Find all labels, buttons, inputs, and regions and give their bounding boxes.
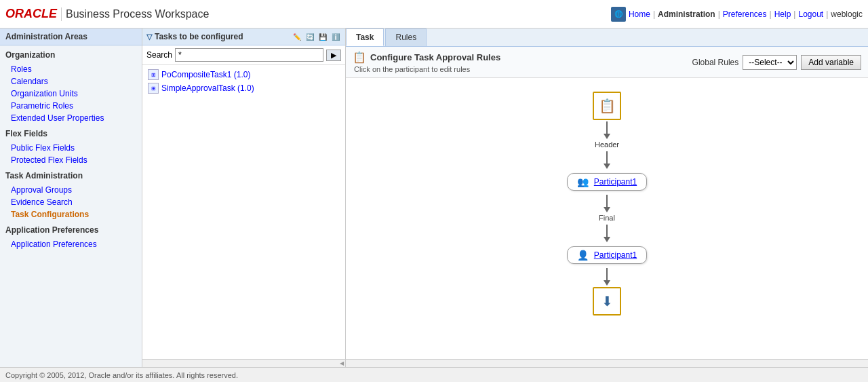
- start-task-icon: 📋: [599, 98, 616, 114]
- participant1-icon: 👥: [577, 176, 589, 187]
- nav-help[interactable]: Help: [774, 9, 791, 19]
- diagram: 📋 Header 👥 Participan: [346, 78, 868, 329]
- sidebar-item-app-preferences[interactable]: Application Preferences: [0, 238, 142, 250]
- task-item-1[interactable]: ⊞ PoCompositeTask1 (1.0): [145, 68, 342, 81]
- tab-task[interactable]: Task: [346, 28, 384, 46]
- search-input[interactable]: [175, 48, 323, 62]
- nav-preferences[interactable]: Preferences: [723, 9, 767, 19]
- configure-title: 📋 Configure Task Approval Rules: [353, 51, 500, 64]
- edit-icon[interactable]: ✏️: [292, 31, 302, 42]
- global-rules-select[interactable]: --Select--: [743, 55, 797, 70]
- arrow-4: [604, 225, 610, 242]
- arrow-5: [604, 268, 610, 286]
- tasks-panel-title: Tasks to be configured: [155, 32, 243, 41]
- arrow-3: [604, 195, 610, 212]
- search-go-button[interactable]: ▶: [326, 50, 341, 61]
- content-area: Task Rules 📋 Configure Task Approval Rul…: [346, 28, 868, 367]
- oracle-logo: ORACLE: [5, 7, 57, 21]
- content-tabs: Task Rules: [346, 28, 868, 47]
- participant2-label[interactable]: Participant1: [594, 250, 637, 260]
- task-item-2[interactable]: ⊞ SimpleApprovalTask (1.0): [145, 81, 342, 95]
- refresh-icon[interactable]: 🔄: [304, 31, 315, 42]
- sidebar-item-task-configurations[interactable]: Task Configurations: [0, 208, 142, 221]
- sidebar: Administration Areas Organization Roles …: [0, 28, 142, 367]
- arrow-2: [604, 151, 610, 169]
- sidebar-item-ext-user-props[interactable]: Extended User Properties: [0, 112, 142, 124]
- app-title: Business Process Workspace: [66, 8, 209, 20]
- sidebar-section-organization: Organization: [0, 47, 142, 63]
- header-label: Header: [595, 140, 619, 149]
- logo-divider: [61, 7, 62, 21]
- header-icon: 🌐: [611, 7, 626, 22]
- sidebar-item-roles[interactable]: Roles: [0, 63, 142, 75]
- header-nav: 🌐 Home | Administration | Preferences | …: [611, 7, 863, 22]
- global-rules-label: Global Rules: [692, 58, 739, 67]
- configure-subtitle: Click on the participant to edit rules: [353, 65, 500, 73]
- download-icon: ⬇: [601, 293, 613, 309]
- start-task-box: 📋: [593, 92, 621, 120]
- tasks-panel-collapse-icon[interactable]: ▽: [146, 33, 152, 41]
- configure-title-area: 📋 Configure Task Approval Rules Click on…: [353, 51, 500, 73]
- info-icon[interactable]: ℹ️: [330, 31, 341, 42]
- task-label-2[interactable]: SimpleApprovalTask (1.0): [161, 83, 254, 93]
- search-bar: Search ▶: [142, 45, 345, 65]
- sidebar-item-calendars[interactable]: Calendars: [0, 75, 142, 88]
- participant1-node[interactable]: 👥 Participant1: [567, 173, 647, 191]
- tasks-panel-scrollbar[interactable]: ◀: [142, 359, 345, 367]
- participant1-label[interactable]: Participant1: [594, 177, 637, 187]
- arrow-1: [604, 121, 610, 139]
- final-label: Final: [599, 214, 615, 222]
- diagram-node-start: 📋: [593, 92, 621, 120]
- app-header: ORACLE Business Process Workspace 🌐 Home…: [0, 0, 868, 28]
- sidebar-item-evidence-search[interactable]: Evidence Search: [0, 196, 142, 208]
- footer: Copyright © 2005, 2012, Oracle and/or it…: [0, 367, 868, 382]
- footer-copyright: Copyright © 2005, 2012, Oracle and/or it…: [5, 371, 238, 379]
- tasks-panel-icons: ✏️ 🔄 💾 ℹ️: [292, 31, 341, 42]
- sidebar-item-public-flex[interactable]: Public Flex Fields: [0, 142, 142, 154]
- task-label-1[interactable]: PoCompositeTask1 (1.0): [161, 70, 250, 79]
- sidebar-title: Administration Areas: [0, 28, 142, 45]
- nav-home[interactable]: Home: [629, 9, 650, 19]
- nav-user: weblogic: [831, 9, 863, 19]
- nav-administration[interactable]: Administration: [658, 9, 715, 19]
- configure-header: 📋 Configure Task Approval Rules Click on…: [346, 47, 868, 78]
- configure-icon: 📋: [353, 51, 366, 64]
- sidebar-item-approval-groups[interactable]: Approval Groups: [0, 184, 142, 196]
- main-layout: Administration Areas Organization Roles …: [0, 28, 868, 367]
- task-icon-1: ⊞: [148, 69, 159, 80]
- add-variable-button[interactable]: Add variable: [801, 55, 861, 70]
- nav-logout[interactable]: Logout: [798, 9, 823, 19]
- tab-rules[interactable]: Rules: [385, 28, 427, 46]
- tasks-panel-header: ▽ Tasks to be configured ✏️ 🔄 💾 ℹ️: [142, 28, 345, 45]
- end-task-box: ⬇: [593, 287, 621, 316]
- sidebar-section-flex-fields: Flex Fields: [0, 126, 142, 142]
- search-label: Search: [146, 50, 172, 60]
- sidebar-item-protected-flex[interactable]: Protected Flex Fields: [0, 154, 142, 166]
- save-icon[interactable]: 💾: [317, 31, 328, 42]
- logo-area: ORACLE Business Process Workspace: [5, 7, 209, 21]
- sidebar-section-task-admin: Task Administration: [0, 168, 142, 184]
- sidebar-section-app-prefs: Application Preferences: [0, 222, 142, 238]
- content-scrollbar[interactable]: [346, 359, 868, 367]
- task-list: ⊞ PoCompositeTask1 (1.0) ⊞ SimpleApprova…: [142, 65, 345, 98]
- tasks-panel: ▽ Tasks to be configured ✏️ 🔄 💾 ℹ️ Searc…: [142, 28, 346, 367]
- global-rules-area: Global Rules --Select-- Add variable: [692, 55, 861, 70]
- participant2-node[interactable]: 👤 Participant1: [567, 246, 647, 264]
- diagram-area: 📋 Header 👥 Participan: [346, 78, 868, 359]
- task-icon-2: ⊞: [148, 83, 159, 94]
- sidebar-item-parametric-roles[interactable]: Parametric Roles: [0, 100, 142, 112]
- participant2-icon: 👤: [577, 250, 589, 261]
- sidebar-item-org-units[interactable]: Organization Units: [0, 88, 142, 100]
